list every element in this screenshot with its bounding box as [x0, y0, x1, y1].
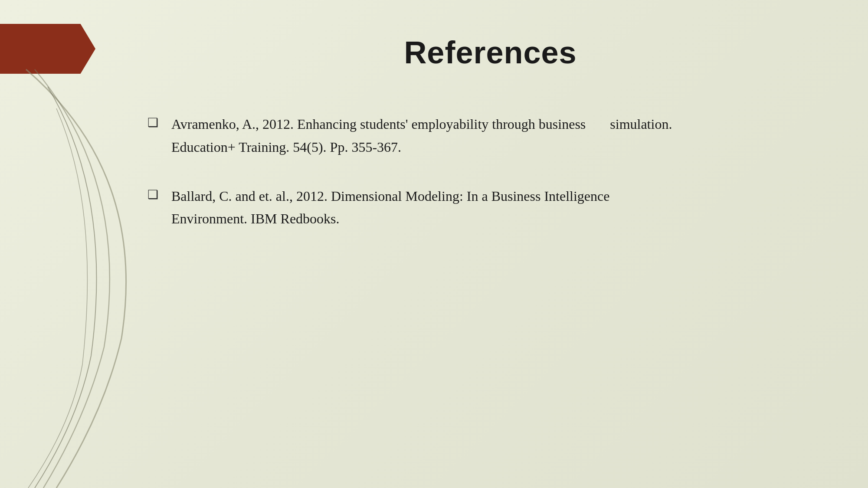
- reference-item-2: ❑ Ballard, C. and et. al., 2012. Dimensi…: [147, 185, 842, 231]
- bullet-icon-2: ❑: [147, 187, 158, 202]
- title-area: References: [130, 35, 851, 70]
- reference-item-1: ❑ Avramenko, A., 2012. Enhancing student…: [147, 113, 842, 159]
- slide: References ❑ Avramenko, A., 2012. Enhanc…: [0, 0, 868, 488]
- slide-title: References: [130, 35, 851, 70]
- bullet-icon-1: ❑: [147, 115, 158, 130]
- decorative-lines: [0, 0, 156, 488]
- reference-text-1: Avramenko, A., 2012. Enhancing students'…: [171, 113, 672, 159]
- reference-text-2: Ballard, C. and et. al., 2012. Dimension…: [171, 185, 609, 231]
- content-area: ❑ Avramenko, A., 2012. Enhancing student…: [147, 113, 842, 256]
